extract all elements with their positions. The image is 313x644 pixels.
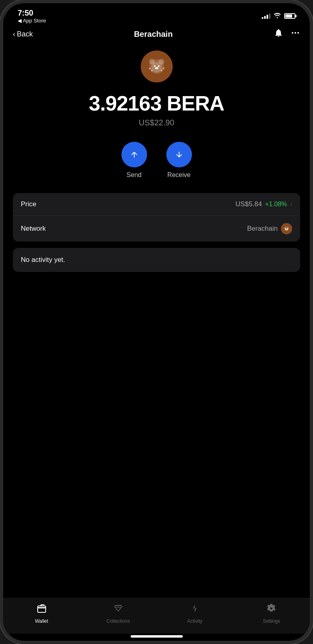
svg-point-15: [285, 228, 286, 229]
wifi-icon: [274, 13, 281, 20]
app-store-back[interactable]: ◀ App Store: [18, 18, 46, 24]
balance-amount: 3.92163 BERA: [89, 92, 224, 115]
page-title: Berachain: [134, 30, 173, 39]
svg-point-10: [149, 68, 151, 69]
send-label: Send: [127, 171, 141, 179]
collections-icon: [113, 603, 123, 616]
svg-point-9: [155, 67, 158, 69]
svg-point-13: [163, 68, 164, 69]
svg-point-12: [161, 70, 162, 71]
tab-collections-label: Collections: [107, 618, 130, 624]
price-value-group: US$5.84 +1.08% ›: [235, 200, 292, 208]
send-button[interactable]: [121, 142, 147, 167]
battery-icon: [284, 13, 295, 19]
notification-button[interactable]: [274, 28, 283, 40]
status-left: 7:50 ◀ App Store: [18, 8, 46, 24]
tab-wallet-label: Wallet: [35, 618, 48, 624]
chevron-left-icon: ‹: [13, 30, 15, 38]
signal-bars: [262, 13, 271, 19]
network-name: Berachain: [247, 225, 278, 233]
tab-collections[interactable]: Collections: [80, 603, 156, 624]
main-content: 3.92163 BERA US$22.90 Send: [3, 46, 310, 598]
signal-bar-4: [269, 14, 271, 19]
svg-point-14: [284, 226, 289, 231]
price-row[interactable]: Price US$5.84 +1.08% ›: [13, 193, 300, 215]
send-button-wrapper: Send: [121, 142, 147, 179]
back-label: Back: [17, 30, 33, 38]
no-activity-text: No activity yet.: [21, 256, 65, 264]
svg-point-0: [292, 32, 293, 34]
balance-usd: US$22.90: [139, 118, 174, 127]
dynamic-island: [133, 8, 181, 22]
network-value-group: Berachain: [247, 223, 292, 234]
network-icon: [281, 223, 292, 234]
price-chevron-icon: ›: [290, 201, 292, 207]
signal-bar-1: [262, 17, 263, 19]
phone-screen: 7:50 ◀ App Store: [3, 3, 310, 641]
tab-activity-label: Activity: [187, 618, 202, 624]
receive-button[interactable]: [166, 142, 192, 167]
signal-bar-3: [267, 15, 268, 19]
more-options-button[interactable]: [291, 28, 300, 40]
tab-settings[interactable]: Settings: [233, 603, 310, 624]
nav-header: ‹ Back Berachain: [3, 25, 310, 46]
action-buttons: Send Receive: [121, 142, 192, 179]
tab-settings-label: Settings: [263, 618, 280, 624]
nav-actions: [274, 28, 300, 40]
price-amount: US$5.84: [235, 200, 262, 208]
receive-button-wrapper: Receive: [166, 142, 192, 179]
settings-icon: [266, 603, 277, 616]
receive-label: Receive: [168, 171, 191, 179]
svg-point-2: [297, 32, 299, 34]
tab-bar: Wallet Collections Activity: [3, 598, 310, 634]
phone-frame: 7:50 ◀ App Store: [0, 0, 313, 644]
activity-card: No activity yet.: [13, 248, 300, 272]
price-change: +1.08%: [265, 201, 287, 208]
svg-point-17: [285, 229, 288, 230]
tab-activity[interactable]: Activity: [157, 603, 233, 624]
home-indicator: [131, 635, 183, 638]
back-button[interactable]: ‹ Back: [13, 30, 33, 38]
svg-point-8: [158, 65, 160, 67]
tab-wallet[interactable]: Wallet: [3, 603, 80, 624]
info-card: Price US$5.84 +1.08% › Network Berachain: [13, 193, 300, 242]
token-avatar: [141, 50, 173, 83]
svg-point-7: [154, 65, 155, 67]
svg-point-1: [295, 32, 296, 34]
svg-point-16: [287, 228, 289, 229]
network-label: Network: [21, 225, 46, 233]
wallet-icon: [36, 603, 47, 616]
activity-icon: [190, 603, 200, 616]
status-right: [262, 13, 295, 20]
battery-fill: [285, 14, 292, 18]
svg-point-11: [151, 70, 153, 71]
status-time: 7:50: [18, 8, 33, 18]
signal-bar-2: [264, 16, 266, 19]
network-row: Network Berachain: [13, 215, 300, 242]
price-label: Price: [21, 200, 36, 208]
svg-marker-19: [193, 604, 196, 612]
